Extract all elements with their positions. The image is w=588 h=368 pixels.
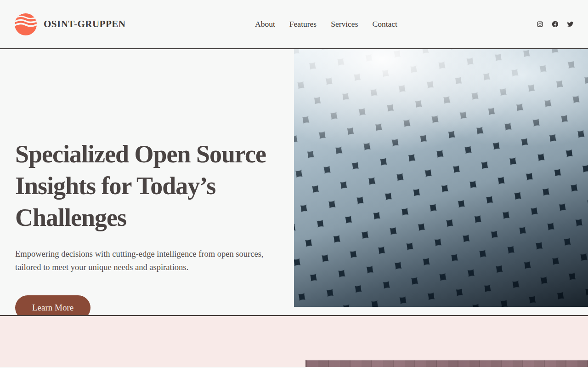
facebook-icon[interactable] xyxy=(552,21,558,27)
nav-item-contact[interactable]: Contact xyxy=(372,19,397,29)
nav-item-features[interactable]: Features xyxy=(289,19,317,29)
brand-name: OSINT-GRUPPEN xyxy=(44,18,125,30)
hero-heading-line-2: Insights for Today’s xyxy=(15,170,282,202)
brand[interactable]: OSINT-GRUPPEN xyxy=(15,13,191,35)
hero-heading: Specialized Open Source Insights for Tod… xyxy=(15,138,282,234)
mauve-panel-image xyxy=(305,360,588,367)
nav-item-services[interactable]: Services xyxy=(331,19,358,29)
nav-item-about[interactable]: About xyxy=(255,19,275,29)
social-links xyxy=(397,21,573,27)
lower-section xyxy=(0,315,588,367)
hero-image-discs-facade xyxy=(294,49,588,307)
twitter-icon[interactable] xyxy=(567,21,573,27)
hero-text-block: Specialized Open Source Insights for Tod… xyxy=(15,138,282,320)
site-header: OSINT-GRUPPEN About Features Services Co… xyxy=(0,0,588,49)
instagram-icon[interactable] xyxy=(537,21,543,27)
hero-section: Specialized Open Source Insights for Tod… xyxy=(0,49,588,315)
brand-logo-icon xyxy=(15,13,37,35)
hero-description: Empowering decisions with cutting-edge i… xyxy=(15,247,266,274)
lighting-overlay xyxy=(294,49,588,307)
main-nav: About Features Services Contact xyxy=(255,19,397,29)
hero-heading-line-1: Specialized Open Source xyxy=(15,138,282,170)
hero-heading-line-3: Challenges xyxy=(15,202,282,234)
